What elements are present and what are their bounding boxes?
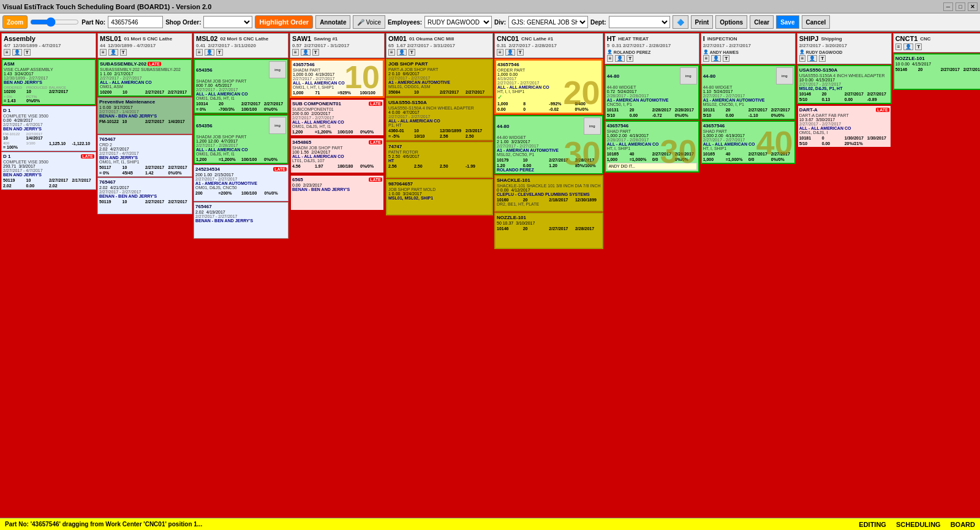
- scheduling-label: SCHEDULING: [896, 521, 941, 528]
- ht-icon-2[interactable]: 👤: [615, 55, 625, 62]
- icon-button[interactable]: 🔷: [673, 15, 688, 29]
- card-saw1-6565[interactable]: 6565 LATE 0.002/23/2017 BENAN - BEN AND …: [290, 174, 385, 211]
- shop-order-select[interactable]: [203, 16, 252, 28]
- msl01-icon-2[interactable]: 👤: [108, 49, 118, 56]
- voice-button[interactable]: 🎤 Voice: [353, 15, 385, 29]
- col-icon-2[interactable]: 👤: [12, 49, 22, 56]
- om01-icon-3[interactable]: T: [409, 49, 415, 56]
- card-saw1-43657546[interactable]: 43657546 SHADM PART 1,000 0.004/19/2017 …: [290, 59, 385, 98]
- cnct1-icon-1[interactable]: ≡: [895, 43, 902, 50]
- card-ht-44-80[interactable]: 44-80 img 44-80 WIDGET 0.725/24/2017 2/2…: [605, 65, 699, 120]
- om01-icon-2[interactable]: 👤: [397, 49, 407, 56]
- div-select[interactable]: GJS: GENERAL JOB SHO!: [508, 16, 588, 28]
- card-saw1-3454865[interactable]: 3454865 LATE SHADM JOB SHOP PART 100 1.5…: [290, 137, 385, 174]
- close-button[interactable]: ✕: [968, 2, 978, 11]
- ht-employee-icon: 👤: [607, 50, 612, 54]
- print-button[interactable]: Print: [691, 15, 714, 29]
- cancel-button[interactable]: Cancel: [802, 15, 831, 29]
- insp-icon-2[interactable]: 👤: [711, 55, 721, 62]
- card-msl02a-765467[interactable]: 765467 2.024/19/2017 2/27/2017 - 2/27/20…: [194, 202, 288, 239]
- card-cnc01-44-80[interactable]: 44-80 img 44-80 WIDGET 2 1.003/23/2017 2…: [494, 115, 603, 174]
- msl02a-icon-2[interactable]: 👤: [205, 49, 214, 56]
- title-bar: Visual EstiTrack Touch Scheduling Board …: [0, 0, 980, 13]
- card-msl02a-245234534[interactable]: 245234534 LATE 200 1.002/15/2017 2/27/20…: [194, 165, 288, 201]
- part-no-label: Part No:: [81, 19, 105, 26]
- restore-button[interactable]: □: [956, 2, 965, 11]
- card-msl02a-654356[interactable]: 654356 img SHADM JOB SHOP PART 800 7.004…: [194, 59, 288, 114]
- card-saw1-subcomp[interactable]: SUB COMPONENT01 LATE SUBCOMPONENT01 200 …: [290, 99, 385, 136]
- col-icon-1[interactable]: ≡: [4, 49, 10, 56]
- col-header-shipj: SHIPJ Shipping 2/27/2017 - 3/20/2017 👤 R…: [797, 33, 892, 64]
- col-header-om01: OM01 01 Okuma CNC Mill 65 1.67 2/27/2017…: [386, 33, 493, 58]
- part-no-input[interactable]: [108, 16, 163, 28]
- col-header-inspection: I INSPECTION 2/27/2017 - 2/27/2017 👤 AND…: [701, 33, 796, 64]
- card-msl01-765467[interactable]: 765467 CRD 2 2.024/27/2017 2/27/2017 - 4…: [97, 135, 192, 177]
- card-assembly-1[interactable]: ASM VISE CLAMP ASSEMBLY 1.433/24/2017 12…: [1, 59, 96, 105]
- col-header-msl01: MSL01 01 Mori S CNC Lathe 44 12/30/1899 …: [97, 33, 192, 58]
- card-msl01-preventive[interactable]: Preventive Maintenance 1 0.003/17/2017 2…: [97, 97, 192, 134]
- card-cnct1-nozzle101[interactable]: NOZZLE-101 10 0.004/15/2017 50146 20 2/2…: [893, 53, 980, 90]
- col-icon-3[interactable]: T: [24, 49, 31, 56]
- card-insp-43657546[interactable]: 43657546 SHAD PART 1,000 2.004/19/2017 2…: [701, 121, 796, 164]
- msl01-icon-3[interactable]: T: [120, 49, 127, 56]
- card-msl02a-654356b[interactable]: 654356 img SHADM JOB SHOP PART 1,200 12.…: [194, 114, 288, 164]
- save-button[interactable]: Save: [776, 15, 799, 29]
- cnct1-icon-3[interactable]: T: [915, 43, 922, 50]
- card-om01-usa550[interactable]: USAS550-S150A USAS550-S150A 4 INCH WHEEL…: [386, 97, 493, 141]
- column-inspection: I INSPECTION 2/27/2017 - 2/27/2017 👤 AND…: [701, 33, 796, 517]
- highlight-order-button[interactable]: Highlight Order: [255, 15, 313, 29]
- saw1-icon-2[interactable]: 👤: [301, 49, 311, 56]
- annotate-button[interactable]: Annotate: [315, 15, 350, 29]
- col-header-assembly: Assembly 4/7 12/30/1899 - 4/7/2017 ≡ 👤 T: [1, 33, 96, 58]
- cnc01-icon-3[interactable]: T: [517, 49, 524, 56]
- card-assembly-3[interactable]: D 1 LATE COMPLETE VISE 3500 293.713/3/20…: [1, 152, 96, 190]
- cnc01-icon-1[interactable]: ≡: [497, 49, 503, 56]
- big-number-30-ht: 30: [660, 132, 697, 170]
- msl02a-icon-1[interactable]: ≡: [196, 49, 203, 56]
- minimize-button[interactable]: ─: [943, 2, 953, 11]
- card-cnc01-43657546[interactable]: 43657546 ORDER PART 1,000 0.00 4/19/2017…: [494, 59, 603, 114]
- card-cnc01-shackle101[interactable]: SHACKLE-101 SHACKLE-101 SHACKLE 101 3/8 …: [494, 175, 603, 212]
- column-cnc01: CNC01 CNC Lathe #1 0.31 2/27/2017 - 2/28…: [494, 33, 603, 517]
- card-shipj-dart-a[interactable]: DART-A LATE DART-A DART FAB PART 10 3.67…: [797, 105, 892, 148]
- card-msl01-765467b[interactable]: 765467 2.024/21/2017 2/27/2017 - 2/27/20…: [97, 177, 192, 214]
- ht-thumbnail: img: [680, 67, 697, 84]
- dept-select[interactable]: [609, 16, 670, 28]
- msl02a-icon-3[interactable]: T: [216, 49, 223, 56]
- card-assembly-2[interactable]: D 1 COMPLETE VISE 3500 0.004/28/2017 2/2…: [1, 106, 96, 151]
- cnc01-icon-2[interactable]: 👤: [505, 49, 515, 56]
- card-shipj-usa550[interactable]: USAS550-S150A USAS550-S150A 4 INCH WHEEL…: [797, 65, 892, 104]
- big-number-20: 20: [564, 73, 600, 111]
- shipj-icon-1[interactable]: ≡: [799, 55, 806, 62]
- col-header-cnc01: CNC01 CNC Lathe #1 0.31 2/27/2017 - 2/28…: [494, 33, 603, 58]
- card-om01-74747[interactable]: 74747 PATNT ROTOR 5 2.504/6/2017 HT 2.56…: [386, 141, 493, 178]
- part-thumbnail: img: [269, 61, 286, 78]
- ht-icon-1[interactable]: ≡: [607, 55, 614, 62]
- options-button[interactable]: Options: [715, 15, 747, 29]
- big-number-40: 40: [756, 124, 793, 162]
- card-om01-jobshop[interactable]: JOB SHOP PART PART-A JOB SHOP PART 2 0.1…: [386, 59, 493, 97]
- card-cnc01-nozzle101[interactable]: NOZZLE-101 50 10.373/10/2017 10146 20 2/…: [494, 212, 603, 249]
- saw1-icon-1[interactable]: ≡: [292, 49, 299, 56]
- om01-icon-1[interactable]: ≡: [388, 49, 395, 56]
- msl01-icon-1[interactable]: ≡: [100, 49, 107, 56]
- employees-select[interactable]: RUDY DAGWOOD: [424, 16, 492, 28]
- toolbar: Zoom Part No: Shop Order: Highlight Orde…: [0, 13, 980, 32]
- card-om01-987064657[interactable]: 987064657 JOB SHOP PART MOLD 1 0.003/24/…: [386, 179, 493, 215]
- card-ht-43657546[interactable]: 43657546 SHAD PART 1,000 2.004/19/2017 2…: [605, 121, 699, 173]
- clear-button[interactable]: Clear: [750, 15, 774, 29]
- ht-icon-3[interactable]: T: [627, 55, 633, 62]
- saw1-icon-3[interactable]: T: [312, 49, 319, 56]
- zoom-button[interactable]: Zoom: [2, 15, 28, 29]
- insp-icon-1[interactable]: ≡: [703, 55, 710, 62]
- cnct1-icon-2[interactable]: 👤: [903, 43, 913, 50]
- insp-icon-3[interactable]: T: [723, 55, 729, 62]
- board-label: BOARD: [951, 521, 975, 528]
- col-header-msl02a: MSL02 02 Mori S CNC Lathe 0.41 2/27/2017…: [194, 33, 288, 58]
- card-msl01-1[interactable]: SUBASSEMBLY-202 LATE SUBASSEMBLY-202 SUB…: [97, 59, 192, 97]
- card-insp-44-80[interactable]: 44-80 img 44-80 WIDGET 1.105/24/2017 2/2…: [701, 65, 796, 120]
- zoom-slider[interactable]: [30, 17, 79, 27]
- shipj-icon-2[interactable]: 👤: [807, 55, 817, 62]
- big-number-30-cnc: 30: [564, 134, 601, 172]
- shipj-icon-3[interactable]: T: [819, 55, 826, 62]
